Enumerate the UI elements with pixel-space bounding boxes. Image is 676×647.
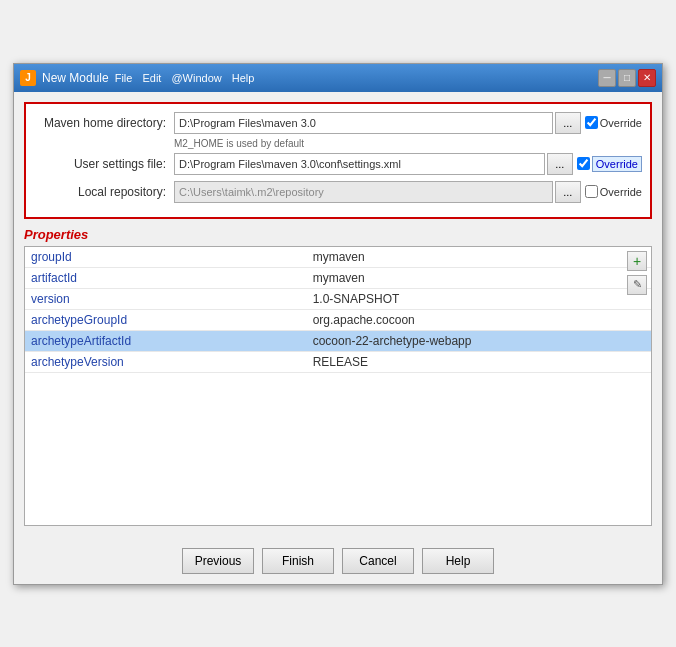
finish-button[interactable]: Finish <box>262 548 334 574</box>
close-button[interactable]: ✕ <box>638 69 656 87</box>
table-row[interactable]: artifactIdmymaven <box>25 267 651 288</box>
maven-section: Maven home directory: ... Override M2_HO… <box>24 102 652 219</box>
menu-window[interactable]: @Window <box>171 72 221 84</box>
prop-key: artifactId <box>25 267 307 288</box>
properties-label: Properties <box>24 227 652 242</box>
table-row[interactable]: version1.0-SNAPSHOT <box>25 288 651 309</box>
local-repo-override-label: Override <box>600 186 642 198</box>
menu-edit[interactable]: Edit <box>142 72 161 84</box>
table-row[interactable]: archetypeGroupIdorg.apache.cocoon <box>25 309 651 330</box>
prop-value: RELEASE <box>307 351 651 372</box>
local-repo-override-checkbox[interactable] <box>585 185 598 198</box>
maven-home-override-wrap: Override <box>585 116 642 129</box>
new-module-window: J New Module File Edit @Window Help ─ □ … <box>13 63 663 585</box>
window-content: Maven home directory: ... Override M2_HO… <box>14 92 662 536</box>
help-button[interactable]: Help <box>422 548 494 574</box>
prop-value: mymaven <box>307 247 651 268</box>
add-property-button[interactable]: + <box>627 251 647 271</box>
prop-value: mymaven <box>307 267 651 288</box>
table-row[interactable]: archetypeVersionRELEASE <box>25 351 651 372</box>
window-title: New Module <box>42 71 109 85</box>
prop-value: org.apache.cocoon <box>307 309 651 330</box>
previous-button[interactable]: Previous <box>182 548 254 574</box>
local-repo-browse-button[interactable]: ... <box>555 181 581 203</box>
prop-key: archetypeVersion <box>25 351 307 372</box>
prop-key: archetypeArtifactId <box>25 330 307 351</box>
edit-property-button[interactable]: ✎ <box>627 275 647 295</box>
local-repo-input <box>174 181 553 203</box>
maven-home-row: Maven home directory: ... Override <box>34 112 642 134</box>
app-icon: J <box>20 70 36 86</box>
prop-key: version <box>25 288 307 309</box>
cancel-button[interactable]: Cancel <box>342 548 414 574</box>
prop-value: cocoon-22-archetype-webapp <box>307 330 651 351</box>
table-row[interactable]: archetypeArtifactIdcocoon-22-archetype-w… <box>25 330 651 351</box>
minimize-button[interactable]: ─ <box>598 69 616 87</box>
user-settings-override-checkbox[interactable] <box>577 157 590 170</box>
user-settings-row: User settings file: ... Override <box>34 153 642 175</box>
local-repo-override-wrap: Override <box>585 185 642 198</box>
maven-home-input[interactable] <box>174 112 553 134</box>
user-settings-override-wrap: Override <box>577 156 642 172</box>
user-settings-input[interactable] <box>174 153 545 175</box>
local-repo-label: Local repository: <box>34 185 174 199</box>
props-actions: + ✎ <box>627 251 647 295</box>
menu-file[interactable]: File <box>115 72 133 84</box>
maven-home-override-checkbox[interactable] <box>585 116 598 129</box>
maven-home-browse-button[interactable]: ... <box>555 112 581 134</box>
user-settings-label: User settings file: <box>34 157 174 171</box>
title-bar: J New Module File Edit @Window Help ─ □ … <box>14 64 662 92</box>
local-repo-row: Local repository: ... Override <box>34 181 642 203</box>
title-bar-left: J New Module File Edit @Window Help <box>20 70 254 86</box>
properties-table-wrap: groupIdmymavenartifactIdmymavenversion1.… <box>24 246 652 526</box>
window-controls: ─ □ ✕ <box>598 69 656 87</box>
maximize-button[interactable]: □ <box>618 69 636 87</box>
menu-help[interactable]: Help <box>232 72 255 84</box>
maven-home-override-label: Override <box>600 117 642 129</box>
footer: Previous Finish Cancel Help <box>14 536 662 584</box>
properties-table: groupIdmymavenartifactIdmymavenversion1.… <box>25 247 651 373</box>
prop-value: 1.0-SNAPSHOT <box>307 288 651 309</box>
user-settings-override-label: Override <box>592 156 642 172</box>
prop-key: groupId <box>25 247 307 268</box>
prop-key: archetypeGroupId <box>25 309 307 330</box>
menu-bar: File Edit @Window Help <box>115 72 255 84</box>
table-row[interactable]: groupIdmymaven <box>25 247 651 268</box>
maven-home-label: Maven home directory: <box>34 116 174 130</box>
maven-home-hint: M2_HOME is used by default <box>174 138 642 149</box>
user-settings-browse-button[interactable]: ... <box>547 153 573 175</box>
